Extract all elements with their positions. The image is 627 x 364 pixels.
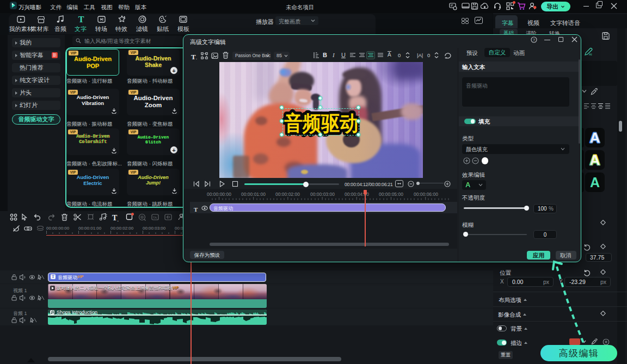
svg-text:TA: TA [153,216,157,219]
svg-text:A: A [590,152,600,168]
svg-text:?: ? [533,38,535,42]
svg-text:A: A [590,129,600,146]
svg-text:AI: AI [589,53,592,56]
